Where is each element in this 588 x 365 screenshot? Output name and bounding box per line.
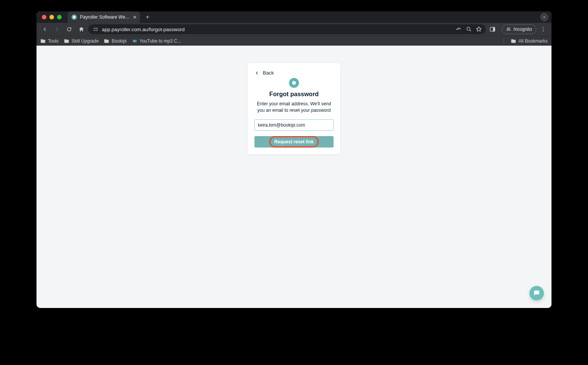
svg-point-0: [97, 28, 98, 29]
folder-icon: [64, 38, 69, 44]
svg-point-1: [97, 30, 98, 31]
zoom-icon[interactable]: [466, 26, 472, 32]
browser-window: Payroller Software Web Appli ✕ + app.pay…: [37, 11, 551, 308]
chat-icon: [533, 289, 540, 297]
reload-icon: [66, 26, 72, 32]
minimize-window-icon[interactable]: [49, 15, 54, 19]
nav-back-button[interactable]: [40, 24, 50, 35]
bookmark-folder-bookipi[interactable]: Bookipi: [104, 38, 126, 44]
kebab-icon: [540, 26, 546, 32]
arrow-right-icon: [54, 26, 60, 32]
folder-icon: [104, 38, 109, 44]
page-viewport: Back Forgot password Enter your email ad…: [37, 46, 551, 308]
folder-icon: [40, 38, 46, 44]
url-text: app.payroller.com.au/forgot-password: [102, 27, 453, 32]
chevron-down-icon: [542, 15, 547, 19]
address-bar[interactable]: app.payroller.com.au/forgot-password: [88, 24, 486, 34]
chat-widget-button[interactable]: [529, 286, 544, 300]
side-panel-button[interactable]: [487, 24, 498, 35]
back-label: Back: [263, 70, 274, 76]
key-icon[interactable]: [456, 26, 462, 32]
bookmarks-divider: [504, 38, 504, 44]
home-icon: [78, 26, 84, 32]
youtube-icon: [132, 38, 137, 44]
folder-icon: [511, 38, 516, 44]
incognito-label: Incognito: [513, 27, 532, 32]
browser-toolbar: app.payroller.com.au/forgot-password Inc…: [37, 23, 551, 36]
incognito-pill[interactable]: Incognito: [502, 24, 536, 34]
tab-strip: Payroller Software Web Appli ✕ +: [37, 11, 551, 23]
all-bookmarks-label: All Bookmarks: [518, 38, 548, 44]
bookmark-youtube-mp3[interactable]: YouTube to mp3 C...: [132, 38, 181, 44]
email-input[interactable]: [254, 119, 334, 131]
logo-wrap: [254, 78, 334, 88]
back-link[interactable]: Back: [254, 70, 334, 76]
new-tab-button[interactable]: +: [143, 13, 152, 22]
site-settings-icon[interactable]: [92, 26, 99, 33]
omnibox-actions: [456, 26, 482, 32]
bookmark-label: Bookipi: [111, 38, 126, 44]
arrow-left-icon: [254, 70, 260, 76]
forgot-password-card: Back Forgot password Enter your email ad…: [248, 63, 340, 154]
maximize-window-icon[interactable]: [57, 15, 62, 19]
bookmark-folder-tools[interactable]: Tools: [40, 38, 59, 44]
svg-point-5: [543, 27, 544, 28]
browser-menu-button[interactable]: [538, 24, 548, 35]
arrow-left-icon: [42, 26, 48, 32]
svg-point-6: [543, 29, 544, 30]
bookmarks-bar: Tools Skill Upgrade Bookipi YouTube to m…: [37, 36, 551, 46]
tab-title: Payroller Software Web Appli: [80, 14, 130, 20]
side-panel-icon: [489, 26, 496, 32]
browser-tab[interactable]: Payroller Software Web Appli ✕: [68, 11, 140, 23]
payroller-logo-icon: [289, 78, 299, 88]
incognito-icon: [506, 27, 511, 32]
nav-forward-button[interactable]: [52, 24, 62, 35]
request-reset-button[interactable]: Request reset link: [254, 136, 334, 148]
reload-button[interactable]: [64, 24, 75, 35]
svg-rect-4: [493, 27, 495, 32]
bookmark-folder-skill-upgrade[interactable]: Skill Upgrade: [64, 38, 99, 44]
close-window-icon[interactable]: [42, 15, 46, 19]
card-heading: Forgot password: [254, 91, 334, 98]
svg-point-7: [543, 31, 544, 32]
svg-point-2: [467, 27, 470, 30]
bookmark-label: Tools: [48, 38, 59, 44]
tab-close-icon[interactable]: ✕: [132, 14, 137, 20]
card-subtext: Enter your email address. We'll send you…: [254, 101, 334, 114]
all-bookmarks-button[interactable]: All Bookmarks: [511, 38, 548, 44]
bookmark-label: Skill Upgrade: [72, 38, 99, 44]
request-reset-label: Request reset link: [274, 139, 313, 144]
window-traffic-lights: [42, 15, 62, 19]
bookmark-star-icon[interactable]: [476, 26, 482, 32]
search-tabs-button[interactable]: [540, 13, 548, 21]
bookmark-label: YouTube to mp3 C...: [140, 38, 181, 44]
home-button[interactable]: [76, 24, 87, 35]
favicon-icon: [72, 14, 77, 20]
